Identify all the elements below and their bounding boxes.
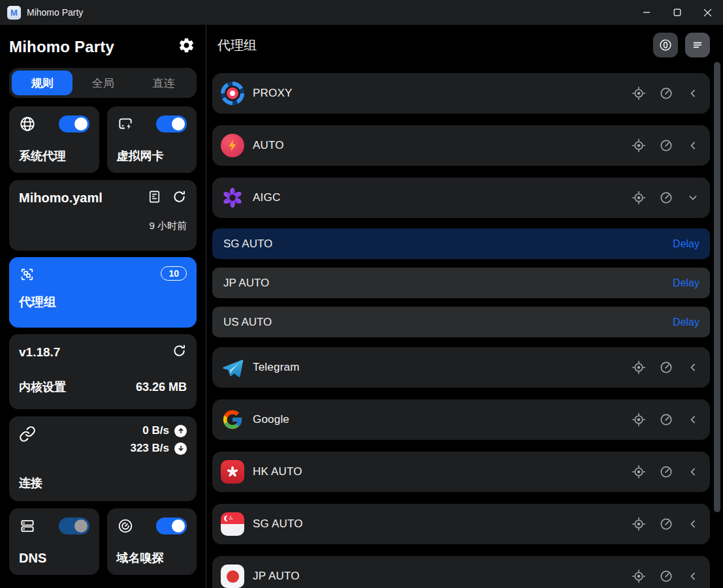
- delay-test-button[interactable]: [659, 191, 673, 205]
- expand-collapse-button[interactable]: [686, 361, 699, 374]
- expand-collapse-button[interactable]: [686, 413, 699, 426]
- profile-card[interactable]: Mihomo.yaml: [9, 180, 197, 251]
- vertical-scrollbar[interactable]: [714, 62, 720, 512]
- settings-button[interactable]: [178, 37, 195, 57]
- download-arrow-icon: [174, 442, 187, 455]
- delay-test-button[interactable]: [659, 86, 673, 101]
- dns-card[interactable]: DNS: [9, 508, 99, 575]
- group-row-sg-auto[interactable]: SG AUTO: [212, 504, 710, 544]
- upload-speed: 0 B/s: [142, 424, 169, 437]
- proxy-groups-nav-label: 代理组: [19, 294, 187, 311]
- speedtest-gauge-icon: [659, 412, 673, 427]
- group-name: HK AUTO: [253, 465, 302, 478]
- locate-icon: [632, 465, 646, 479]
- proxy-group-list: PROXY AUTO: [212, 65, 710, 588]
- expand-collapse-button[interactable]: [686, 465, 699, 478]
- outbound-mode-tabs: 规则 全局 直连: [9, 68, 197, 98]
- openai-icon: [221, 186, 244, 209]
- group-name: JP AUTO: [253, 570, 300, 583]
- proxy-item-us-auto[interactable]: US AUTO Delay: [212, 307, 710, 337]
- titlebar: M Mihomo Party: [0, 0, 723, 25]
- tab-global[interactable]: 全局: [72, 70, 133, 95]
- expand-collapse-button[interactable]: [686, 139, 699, 152]
- core-settings-card[interactable]: v1.18.7 内核设置 63.26 MB: [9, 334, 197, 409]
- proxy-colorwheel-icon: [221, 82, 244, 105]
- delay-test-button[interactable]: [659, 517, 673, 531]
- maximize-button[interactable]: [662, 0, 692, 25]
- group-name: AIGC: [253, 191, 280, 204]
- locate-icon: [632, 412, 646, 427]
- locate-icon: [632, 86, 646, 101]
- proxy-name: JP AUTO: [223, 277, 269, 290]
- system-proxy-toggle[interactable]: [59, 116, 89, 132]
- group-row-google[interactable]: Google: [212, 399, 710, 440]
- chevron-left-icon: [686, 570, 699, 583]
- delay-test-button[interactable]: [659, 569, 673, 583]
- locate-node-button[interactable]: [632, 412, 646, 427]
- proxy-name: US AUTO: [223, 316, 272, 329]
- speedtest-gauge-icon: [659, 86, 673, 101]
- profile-updated-time: 9 小时前: [19, 220, 187, 232]
- locate-node-button[interactable]: [632, 517, 646, 531]
- core-memory-usage: 63.26 MB: [136, 380, 187, 394]
- sniffer-toggle[interactable]: [156, 518, 187, 534]
- delay-test-all-button[interactable]: [653, 33, 678, 57]
- connections-card[interactable]: 0 B/s 323 B/s 连接: [9, 416, 197, 501]
- minimize-button[interactable]: [631, 0, 662, 25]
- locate-node-button[interactable]: [632, 138, 646, 153]
- profile-refresh-button[interactable]: [172, 189, 187, 207]
- core-restart-button[interactable]: [172, 343, 187, 361]
- delay-label[interactable]: Delay: [673, 238, 699, 250]
- chevron-down-icon: [686, 191, 699, 204]
- expand-collapse-button[interactable]: [686, 570, 699, 583]
- proxy-groups-nav-card[interactable]: 10 代理组: [9, 257, 197, 328]
- profile-detail-button[interactable]: [147, 189, 162, 207]
- group-row-auto[interactable]: AUTO: [212, 125, 710, 166]
- delay-test-button[interactable]: [659, 138, 673, 153]
- group-row-telegram[interactable]: Telegram: [212, 347, 710, 388]
- close-button[interactable]: [692, 0, 723, 25]
- group-row-hk-auto[interactable]: HK AUTO: [212, 452, 710, 492]
- delay-label[interactable]: Delay: [673, 317, 699, 328]
- group-row-proxy[interactable]: PROXY: [212, 73, 710, 114]
- group-row-aigc[interactable]: AIGC: [212, 178, 710, 218]
- group-row-jp-auto[interactable]: JP AUTO: [212, 556, 710, 588]
- network-card-icon: [117, 116, 134, 132]
- delay-label[interactable]: Delay: [673, 277, 699, 289]
- expand-collapse-button[interactable]: [686, 518, 699, 531]
- expand-collapse-button[interactable]: [686, 87, 699, 100]
- dns-toggle[interactable]: [59, 518, 89, 534]
- delay-test-button[interactable]: [659, 412, 673, 427]
- speedtest-gauge-icon: [659, 191, 673, 205]
- locate-node-button[interactable]: [632, 569, 646, 583]
- proxy-item-jp-auto[interactable]: JP AUTO Delay: [212, 268, 710, 298]
- tab-rule[interactable]: 规则: [12, 70, 72, 95]
- sniffer-card[interactable]: 域名嗅探: [107, 508, 197, 575]
- view-mode-button[interactable]: [685, 33, 710, 57]
- locate-icon: [632, 191, 646, 205]
- link-icon: [19, 426, 36, 442]
- titlebar-title: Mihomo Party: [27, 7, 83, 18]
- virtual-nic-toggle[interactable]: [156, 116, 187, 132]
- locate-node-button[interactable]: [632, 86, 646, 101]
- group-name: SG AUTO: [253, 518, 303, 531]
- main-header: 代理组: [212, 25, 710, 65]
- expand-collapse-button[interactable]: [686, 191, 699, 204]
- speedtest-gauge-icon: [659, 569, 673, 583]
- chevron-left-icon: [686, 413, 699, 426]
- delay-test-button[interactable]: [659, 465, 673, 479]
- locate-node-button[interactable]: [632, 465, 646, 479]
- locate-node-button[interactable]: [632, 360, 646, 375]
- system-proxy-card[interactable]: 系统代理: [9, 106, 99, 173]
- close-icon: [703, 8, 712, 17]
- proxy-item-sg-auto[interactable]: SG AUTO Delay: [212, 228, 710, 259]
- google-icon: [221, 408, 244, 431]
- locate-node-button[interactable]: [632, 191, 646, 205]
- singapore-flag-icon: [221, 512, 244, 536]
- sidebar-app-title: Mihomo Party: [9, 38, 114, 56]
- locate-icon: [632, 138, 646, 153]
- window-controls: [631, 0, 723, 25]
- delay-test-button[interactable]: [659, 360, 673, 375]
- virtual-nic-card[interactable]: 虚拟网卡: [107, 106, 197, 173]
- tab-direct[interactable]: 直连: [133, 70, 194, 95]
